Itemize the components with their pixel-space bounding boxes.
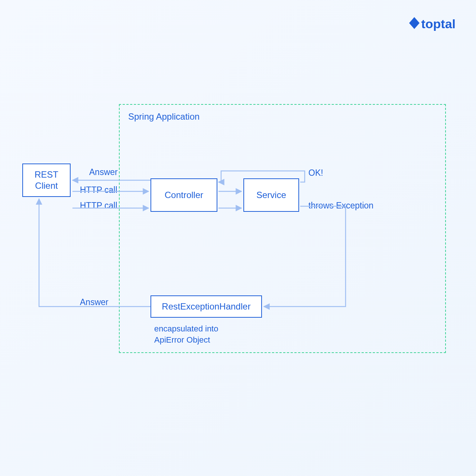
edge-label-answer-top: Answer [89, 167, 118, 177]
toptal-logo-icon [409, 17, 420, 31]
brand-text: toptal [421, 17, 456, 31]
toptal-logo: toptal [409, 17, 456, 31]
controller-box: Controller [150, 178, 217, 212]
sub-label-encapsulated: encapsulated into ApiError Object [154, 323, 218, 345]
edge-label-http-call-2: HTTP call [80, 201, 117, 211]
container-title: Spring Application [128, 111, 200, 122]
edge-label-http-call-1: HTTP call [80, 185, 117, 195]
rest-exception-handler-box: RestExceptionHandler [150, 295, 262, 318]
edge-label-ok: OK! [308, 168, 323, 178]
service-box: Service [243, 178, 299, 212]
edge-label-answer-bottom: Answer [80, 297, 109, 307]
edge-label-throws: throws Exception [308, 201, 373, 211]
rest-client-box: REST Client [22, 163, 71, 197]
